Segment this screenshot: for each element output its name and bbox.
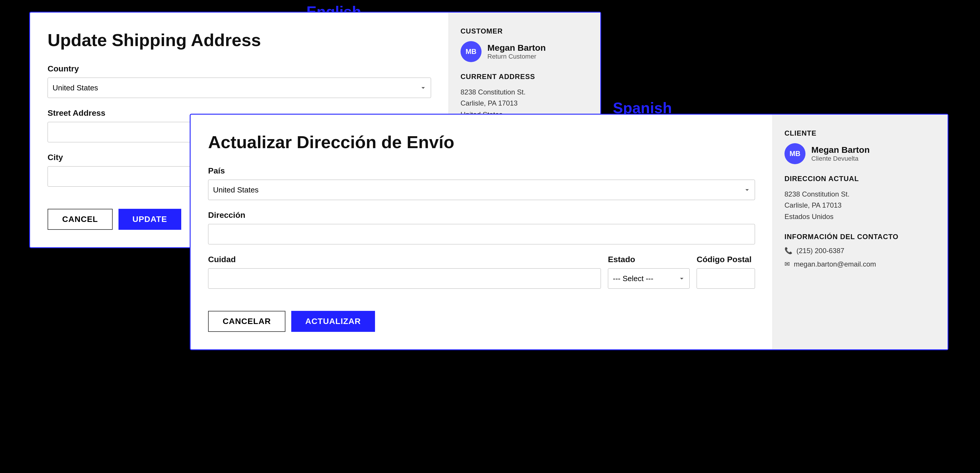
english-country-select[interactable]: United States — [48, 78, 431, 98]
spanish-cancel-button[interactable]: CANCELAR — [208, 311, 285, 332]
spanish-zip-input[interactable] — [697, 268, 755, 289]
spanish-address-heading: DIRECCION ACTUAL — [784, 175, 936, 183]
spanish-email-icon: ✉ — [784, 260, 790, 268]
spanish-form-title: Actualizar Dirección de Envío — [208, 132, 755, 152]
spanish-phone-icon: 📞 — [784, 247, 792, 255]
english-customer-row: MB Megan Barton Return Customer — [461, 41, 589, 62]
spanish-customer-heading: CLIENTE — [784, 129, 936, 137]
spanish-country-label: País — [208, 166, 755, 176]
spanish-email: megan.barton@email.com — [794, 260, 876, 268]
spanish-contact-heading: INFORMACIÓN DEL CONTACTO — [784, 233, 936, 241]
english-country-label: Country — [48, 64, 431, 73]
spanish-zip-label: Código Postal — [697, 255, 755, 264]
spanish-street-label: Dirección — [208, 211, 755, 220]
spanish-city-input[interactable] — [208, 268, 601, 289]
spanish-customer-sub: Cliente Devuelta — [811, 155, 870, 162]
spanish-address-line3: Estados Unidos — [784, 213, 834, 221]
english-customer-name: Megan Barton — [487, 43, 546, 53]
english-address-line1: 8238 Constitution St. — [461, 88, 526, 96]
spanish-street-input[interactable] — [208, 224, 755, 244]
spanish-email-row: ✉ megan.barton@email.com — [784, 260, 936, 268]
spanish-country-select[interactable]: United States — [208, 179, 755, 200]
english-customer-sub: Return Customer — [487, 53, 546, 60]
spanish-address-line2: Carlisle, PA 17013 — [784, 201, 842, 209]
english-address-line2: Carlisle, PA 17013 — [461, 99, 518, 107]
spanish-country-group: País United States — [208, 166, 755, 200]
english-country-group: Country United States — [48, 64, 431, 98]
spanish-update-button[interactable]: ACTUALIZAR — [291, 311, 375, 332]
english-cancel-button[interactable]: CANCEL — [48, 209, 113, 230]
spanish-customer-row: MB Megan Barton Cliente Devuelta — [784, 143, 936, 164]
english-customer-info: Megan Barton Return Customer — [487, 43, 546, 60]
spanish-form-section: Actualizar Dirección de Envío País Unite… — [191, 114, 773, 349]
english-update-button[interactable]: UPDATE — [118, 209, 181, 230]
spanish-avatar: MB — [784, 143, 805, 164]
spanish-btn-row: CANCELAR ACTUALIZAR — [208, 311, 755, 332]
spanish-city-group: Cuidad — [208, 255, 601, 289]
spanish-address-line1: 8238 Constitution St. — [784, 190, 850, 198]
english-form-title: Update Shipping Address — [48, 30, 431, 50]
spanish-state-group: Estado --- Select --- — [608, 255, 690, 289]
spanish-address-text: 8238 Constitution St. Carlisle, PA 17013… — [784, 189, 936, 222]
spanish-customer-name: Megan Barton — [811, 145, 870, 155]
spanish-card: Actualizar Dirección de Envío País Unite… — [190, 114, 948, 350]
spanish-city-state-zip-row: Cuidad Estado --- Select --- Código Post… — [208, 255, 755, 299]
english-customer-heading: CUSTOMER — [461, 27, 589, 35]
english-avatar: MB — [461, 41, 482, 62]
spanish-street-group: Dirección — [208, 211, 755, 244]
spanish-city-label: Cuidad — [208, 255, 601, 264]
spanish-phone: (215) 200-6387 — [796, 247, 844, 255]
spanish-state-label: Estado — [608, 255, 690, 264]
english-address-heading: CURRENT ADDRESS — [461, 73, 589, 81]
spanish-state-select[interactable]: --- Select --- — [608, 268, 690, 289]
spanish-info-section: CLIENTE MB Megan Barton Cliente Devuelta… — [773, 114, 948, 349]
spanish-customer-info: Megan Barton Cliente Devuelta — [811, 145, 870, 162]
spanish-zip-group: Código Postal — [697, 255, 755, 289]
spanish-phone-row: 📞 (215) 200-6387 — [784, 247, 936, 255]
